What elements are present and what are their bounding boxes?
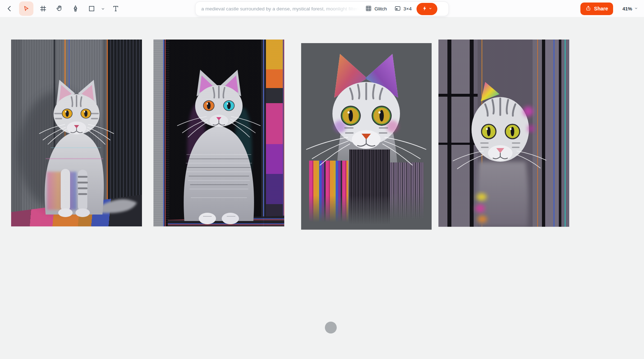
- pen-tool-button[interactable]: [69, 2, 82, 15]
- generated-image-3[interactable]: [301, 43, 432, 230]
- lightning-icon: [422, 6, 427, 12]
- top-toolbar: a medieval castle surrounded by a dense,…: [0, 0, 644, 17]
- image4-scanlines: [438, 40, 569, 227]
- shape-tool-button[interactable]: [85, 2, 98, 15]
- style-chip[interactable]: Glitch: [362, 2, 391, 16]
- frame-grid-icon: [39, 5, 47, 13]
- grid-icon: [365, 5, 372, 13]
- pen-icon: [72, 5, 79, 13]
- rectangle-icon: [88, 5, 96, 13]
- prompt-input[interactable]: a medieval castle surrounded by a dense,…: [201, 2, 362, 16]
- hand-tool-button[interactable]: [53, 2, 66, 15]
- shape-tool-group: [85, 2, 106, 15]
- right-controls: Share 41%: [580, 0, 638, 17]
- style-chip-label: Glitch: [374, 6, 387, 11]
- aspect-ratio-chip[interactable]: 3×4: [391, 2, 415, 16]
- image1-scanlines: [11, 40, 142, 226]
- frame-tool-button[interactable]: [37, 2, 50, 15]
- zoom-level-control[interactable]: 41%: [622, 6, 638, 11]
- chevron-left-icon: [5, 5, 13, 13]
- cursor-icon: [22, 5, 30, 13]
- generated-image-1[interactable]: [11, 40, 142, 226]
- hand-icon: [55, 5, 63, 13]
- tool-group: [3, 0, 122, 17]
- image3-scanlines: [301, 43, 432, 230]
- aspect-ratio-label: 3×4: [404, 6, 412, 11]
- chevron-down-icon: [634, 6, 638, 11]
- share-icon: [585, 5, 591, 12]
- image2-scanlines: [153, 40, 284, 226]
- zoom-level-label: 41%: [622, 6, 632, 11]
- aspect-ratio-icon: [394, 5, 401, 13]
- generated-image-4[interactable]: [438, 40, 569, 227]
- share-label: Share: [594, 6, 608, 11]
- chevron-down-icon: [101, 6, 105, 11]
- select-tool-button[interactable]: [19, 1, 33, 16]
- generate-button[interactable]: [417, 3, 437, 15]
- loading-indicator: [325, 322, 337, 333]
- chevron-down-icon: [428, 6, 432, 11]
- shape-dropdown-button[interactable]: [100, 2, 106, 15]
- text-tool-button[interactable]: [109, 2, 122, 15]
- text-tool-icon: [112, 5, 120, 13]
- generated-image-2[interactable]: [153, 40, 284, 226]
- prompt-bar: a medieval castle surrounded by a dense,…: [195, 1, 449, 16]
- canvas[interactable]: [0, 17, 644, 359]
- back-button[interactable]: [3, 2, 16, 15]
- share-button[interactable]: Share: [580, 3, 613, 15]
